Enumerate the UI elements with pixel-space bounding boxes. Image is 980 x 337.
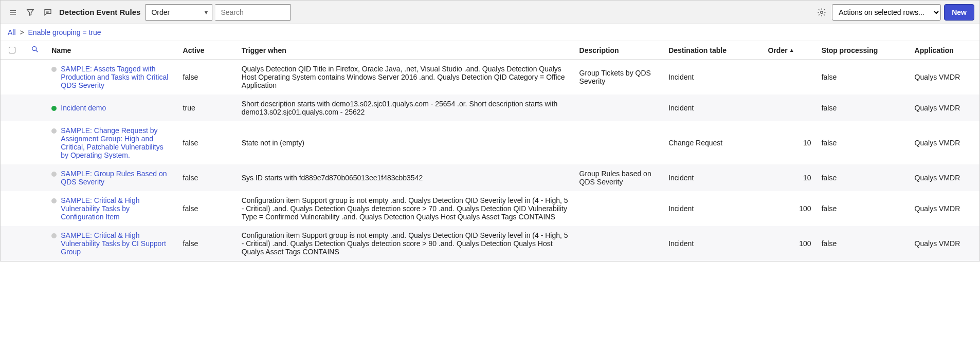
cell-active: false xyxy=(178,60,237,95)
col-name[interactable]: Name xyxy=(46,41,177,60)
cell-order: 10 xyxy=(763,121,816,164)
row-gutter xyxy=(1,95,24,121)
breadcrumb-filter[interactable]: Enable grouping = true xyxy=(28,28,101,36)
search-column-header[interactable] xyxy=(24,41,47,60)
cell-destination: Incident xyxy=(663,164,763,191)
cell-trigger: Configuration item Support group is not … xyxy=(237,191,574,226)
row-name-link[interactable]: SAMPLE: Group Rules Based on QDS Severit… xyxy=(61,170,172,186)
sort-asc-icon: ▲ xyxy=(789,47,794,53)
cell-trigger: Short description starts with demo13.s02… xyxy=(237,95,574,121)
cell-description xyxy=(574,226,664,261)
row-gutter xyxy=(1,191,24,226)
status-dot-icon xyxy=(51,128,57,134)
cell-destination: Incident xyxy=(663,60,763,95)
col-trigger[interactable]: Trigger when xyxy=(237,41,574,60)
select-all-header xyxy=(1,41,24,60)
row-gutter2 xyxy=(24,191,47,226)
cell-stop: false xyxy=(816,121,910,164)
cell-application[interactable]: Qualys VMDR xyxy=(910,226,979,261)
col-application[interactable]: Application xyxy=(910,41,979,60)
col-description[interactable]: Description xyxy=(574,41,664,60)
cell-name: SAMPLE: Group Rules Based on QDS Severit… xyxy=(46,164,177,191)
cell-name: SAMPLE: Critical & High Vulnerability Ta… xyxy=(46,191,177,226)
table-row: SAMPLE: Critical & High Vulnerability Ta… xyxy=(1,226,979,261)
new-button[interactable]: New xyxy=(944,4,974,21)
svg-point-5 xyxy=(821,11,823,13)
col-destination[interactable]: Destination table xyxy=(663,41,763,60)
col-active[interactable]: Active xyxy=(178,41,237,60)
search-input[interactable] xyxy=(215,4,291,21)
status-dot-icon xyxy=(51,67,57,72)
cell-order: 100 xyxy=(763,191,816,226)
cell-active: false xyxy=(178,191,237,226)
chat-icon[interactable] xyxy=(41,5,55,20)
status-dot-icon xyxy=(51,106,57,111)
sort-field-select[interactable]: Order ▼ xyxy=(146,4,212,21)
svg-line-7 xyxy=(36,50,38,52)
cell-order xyxy=(763,95,816,121)
col-stop[interactable]: Stop processing xyxy=(816,41,910,60)
filter-icon[interactable] xyxy=(23,5,38,20)
cell-description: Group Tickets by QDS Severity xyxy=(574,60,664,95)
table-row: SAMPLE: Group Rules Based on QDS Severit… xyxy=(1,164,979,191)
cell-active: true xyxy=(178,95,237,121)
row-gutter xyxy=(1,60,24,95)
cell-application[interactable]: Qualys VMDR xyxy=(910,191,979,226)
row-gutter2 xyxy=(24,226,47,261)
row-gutter2 xyxy=(24,60,47,95)
cell-stop: false xyxy=(816,95,910,121)
page-title: Detection Event Rules xyxy=(59,8,140,16)
cell-destination: Change Request xyxy=(663,121,763,164)
breadcrumb-all[interactable]: All xyxy=(8,28,16,36)
row-gutter2 xyxy=(24,95,47,121)
cell-description xyxy=(574,121,664,164)
cell-order: 100 xyxy=(763,226,816,261)
cell-trigger: State not in (empty) xyxy=(237,121,574,164)
cell-active: false xyxy=(178,164,237,191)
row-gutter2 xyxy=(24,121,47,164)
cell-trigger: Qualys Detection QID Title in Firefox, O… xyxy=(237,60,574,95)
select-all-checkbox[interactable] xyxy=(9,47,15,53)
row-gutter xyxy=(1,164,24,191)
status-dot-icon xyxy=(51,172,57,177)
cell-stop: false xyxy=(816,60,910,95)
cell-application[interactable]: Qualys VMDR xyxy=(910,164,979,191)
search-icon xyxy=(31,47,39,55)
col-order[interactable]: Order ▲ xyxy=(763,41,816,60)
gear-icon[interactable] xyxy=(814,5,829,20)
table-row: SAMPLE: Critical & High Vulnerability Ta… xyxy=(1,191,979,226)
sort-field-value: Order xyxy=(151,8,170,16)
row-name-link[interactable]: SAMPLE: Critical & High Vulnerability Ta… xyxy=(61,231,172,256)
cell-name: SAMPLE: Assets Tagged with Production an… xyxy=(46,60,177,95)
cell-name: SAMPLE: Critical & High Vulnerability Ta… xyxy=(46,226,177,261)
cell-name: Incident demo xyxy=(46,95,177,121)
row-gutter xyxy=(1,121,24,164)
cell-stop: false xyxy=(816,164,910,191)
row-name-link[interactable]: SAMPLE: Assets Tagged with Production an… xyxy=(61,65,172,89)
cell-order: 10 xyxy=(763,164,816,191)
data-table: Name Active Trigger when Description Des… xyxy=(1,41,979,261)
menu-icon[interactable] xyxy=(6,5,20,20)
toolbar: Detection Event Rules Order ▼ Actions on… xyxy=(1,1,979,24)
table-row: Incident demotrueShort description start… xyxy=(1,95,979,121)
breadcrumb-sep: > xyxy=(20,28,24,36)
chevron-down-icon: ▼ xyxy=(203,9,209,15)
table-row: SAMPLE: Change Request by Assignment Gro… xyxy=(1,121,979,164)
row-name-link[interactable]: SAMPLE: Change Request by Assignment Gro… xyxy=(61,126,172,159)
row-name-link[interactable]: SAMPLE: Critical & High Vulnerability Ta… xyxy=(61,196,172,221)
table-row: SAMPLE: Assets Tagged with Production an… xyxy=(1,60,979,95)
cell-application[interactable]: Qualys VMDR xyxy=(910,121,979,164)
cell-trigger: Sys ID starts with fd889e7d870b065013ee1… xyxy=(237,164,574,191)
cell-application[interactable]: Qualys VMDR xyxy=(910,60,979,95)
cell-application[interactable]: Qualys VMDR xyxy=(910,95,979,121)
actions-select[interactable]: Actions on selected rows... xyxy=(832,4,941,21)
cell-description xyxy=(574,95,664,121)
cell-stop: false xyxy=(816,191,910,226)
cell-active: false xyxy=(178,226,237,261)
cell-description xyxy=(574,191,664,226)
cell-description: Group Rules based on QDS Severity xyxy=(574,164,664,191)
svg-point-6 xyxy=(32,47,37,51)
cell-stop: false xyxy=(816,226,910,261)
row-name-link[interactable]: Incident demo xyxy=(61,104,106,112)
row-gutter2 xyxy=(24,164,47,191)
